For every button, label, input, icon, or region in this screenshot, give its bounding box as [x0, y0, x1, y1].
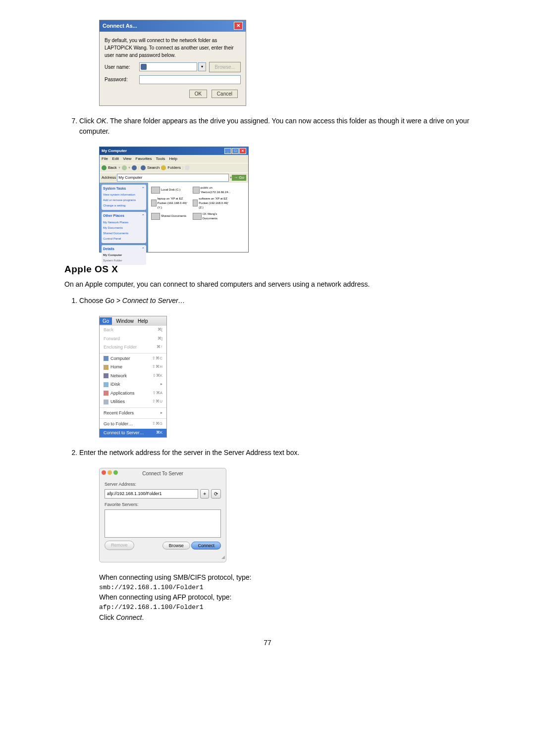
- toolbar: Back ▾ ▾ | Search Folders |: [100, 163, 248, 172]
- folders-button[interactable]: Folders: [167, 165, 181, 171]
- collapse-icon[interactable]: ⌃: [142, 247, 145, 252]
- views-icon[interactable]: [185, 165, 190, 170]
- step-1: Choose Go > Connect to Server…: [79, 296, 471, 306]
- folder-icon: [193, 213, 202, 220]
- user-icon: [141, 64, 147, 70]
- browse-button[interactable]: Browse: [162, 542, 190, 550]
- dialog-description: By default, you will connect to the netw…: [105, 37, 241, 59]
- drive-public[interactable]: public on 'thecus(172.16.66.24...: [193, 186, 232, 195]
- username-dropdown[interactable]: ▾: [198, 62, 206, 71]
- collapse-icon[interactable]: ⌃: [142, 186, 145, 192]
- menu-home[interactable]: Home⇧⌘H: [100, 363, 166, 372]
- password-label: Password:: [105, 76, 139, 83]
- username-input[interactable]: [139, 62, 197, 71]
- address-label: Address: [102, 175, 116, 181]
- drive-local[interactable]: Local Disk (C:): [151, 186, 191, 195]
- up-icon[interactable]: [132, 165, 137, 170]
- smb-text: When connecting using SMB/CIFS protocol,…: [99, 572, 471, 583]
- step-2: Enter the network address for the server…: [79, 448, 471, 458]
- add-favorite-button[interactable]: +: [200, 489, 209, 499]
- menu-tools[interactable]: Tools: [156, 156, 165, 161]
- sidebar: System Tasks⌃ View system information Ad…: [100, 183, 148, 252]
- menu-goto[interactable]: Go to Folder…⇧⌘G: [100, 420, 166, 429]
- connect-server-dialog: Connect To Server Server Address: afp://…: [99, 468, 226, 562]
- server-address-input[interactable]: afp://192.168.1.100/Folder1: [105, 489, 198, 499]
- favorite-servers-list[interactable]: [105, 509, 221, 538]
- menu-view[interactable]: View: [123, 156, 131, 161]
- menu-help[interactable]: Help: [169, 156, 177, 161]
- forward-icon[interactable]: [122, 165, 127, 170]
- network-drive-icon: [193, 187, 200, 194]
- zoom-traffic-icon[interactable]: [113, 470, 118, 475]
- explorer-title: My Computer: [102, 148, 127, 154]
- search-icon[interactable]: [141, 165, 146, 170]
- folders-icon[interactable]: [161, 165, 166, 170]
- afp-text: When connecting using AFP protocol, type…: [99, 592, 471, 603]
- address-input[interactable]: [117, 174, 229, 182]
- close-traffic-icon[interactable]: [102, 470, 106, 475]
- sidebar-network-places[interactable]: My Network Places: [103, 220, 145, 225]
- other-places-header: Other Places: [103, 213, 124, 219]
- details-header: Details: [103, 247, 114, 252]
- menu-window[interactable]: Window: [116, 318, 134, 324]
- system-tasks-header: System Tasks: [103, 186, 126, 192]
- resize-handle[interactable]: ◢: [100, 554, 226, 562]
- menu-bar: File Edit View Favorites Tools Help: [100, 155, 248, 163]
- afp-code: afp://192.168.1.100/Folder1: [99, 603, 471, 612]
- menu-edit[interactable]: Edit: [112, 156, 119, 161]
- menu-recent[interactable]: Recent Folders▸: [100, 409, 166, 418]
- drive-laptop[interactable]: laptop on 'XP at EZ Pocket (192.168.0.49…: [151, 197, 191, 210]
- close-icon[interactable]: ✕: [239, 148, 246, 154]
- back-button[interactable]: Back: [108, 165, 117, 171]
- drive-software[interactable]: software on 'XP at EZ Pocket (192.168.0.…: [193, 197, 232, 210]
- close-icon[interactable]: ✕: [234, 22, 243, 30]
- menu-go[interactable]: Go: [100, 317, 112, 325]
- menu-connect-server[interactable]: Connect to Server…⌘K: [100, 429, 166, 438]
- home-icon: [104, 365, 108, 370]
- drive-ck[interactable]: CK Wang's Documents: [193, 212, 232, 221]
- maximize-icon[interactable]: □: [232, 148, 239, 154]
- menu-help[interactable]: Help: [138, 318, 148, 324]
- sidebar-my-documents[interactable]: My Documents: [103, 225, 145, 231]
- browse-button[interactable]: Browse...: [209, 62, 241, 72]
- menu-idisk[interactable]: iDisk▸: [100, 380, 166, 389]
- server-address-label: Server Address:: [105, 481, 221, 488]
- computer-icon: [104, 356, 108, 361]
- connect-button[interactable]: Connect: [191, 542, 221, 550]
- remove-button[interactable]: Remove: [105, 541, 134, 551]
- password-input[interactable]: [139, 75, 241, 84]
- step-7: Click OK. The share folder appears as th…: [79, 116, 471, 137]
- drive-shared[interactable]: Shared Documents: [151, 212, 191, 221]
- back-icon[interactable]: [102, 165, 107, 170]
- sidebar-shared-docs[interactable]: Shared Documents: [103, 231, 145, 236]
- menu-utilities[interactable]: Utilities⇧⌘U: [100, 398, 166, 406]
- menu-file[interactable]: File: [102, 156, 108, 161]
- search-button[interactable]: Search: [147, 165, 160, 171]
- sidebar-view-system[interactable]: View system information: [103, 192, 145, 198]
- sidebar-change-setting[interactable]: Change a setting: [103, 203, 145, 208]
- minimize-traffic-icon[interactable]: [107, 470, 112, 475]
- sidebar-control-panel[interactable]: Control Panel: [103, 236, 145, 242]
- drive-icon: [151, 187, 160, 194]
- details-mycomputer: My Computer: [103, 252, 145, 258]
- collapse-icon[interactable]: ⌃: [142, 213, 145, 219]
- username-label: User name:: [105, 63, 139, 71]
- menu-enclosing: Enclosing Folder⌘↑: [100, 343, 166, 352]
- history-button[interactable]: ⟳: [211, 489, 221, 499]
- folder-icon: [151, 213, 160, 220]
- minimize-icon[interactable]: _: [224, 148, 231, 154]
- menu-favorites[interactable]: Favorites: [136, 156, 152, 161]
- connect-as-dialog: Connect As... ✕ By default, you will con…: [99, 20, 246, 106]
- menu-network[interactable]: Network⇧⌘K: [100, 372, 166, 381]
- menu-computer[interactable]: Computer⇧⌘C: [100, 354, 166, 363]
- cancel-button[interactable]: Cancel: [212, 90, 238, 98]
- menu-applications[interactable]: Applications⇧⌘A: [100, 389, 166, 398]
- network-icon: [104, 373, 108, 378]
- go-button[interactable]: → Go: [232, 175, 246, 181]
- idisk-icon: [104, 382, 108, 387]
- network-drive-icon: [193, 200, 198, 206]
- dialog-title-bar: Connect As... ✕: [100, 20, 246, 32]
- sidebar-add-remove[interactable]: Add or remove programs: [103, 198, 145, 203]
- ok-button[interactable]: OK: [189, 90, 207, 98]
- menu-forward: Forward⌘]: [100, 335, 166, 344]
